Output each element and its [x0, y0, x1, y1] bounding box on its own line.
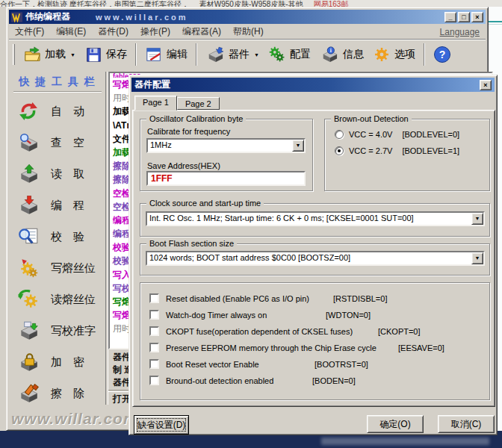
toolbar-save-button[interactable]: 保存 — [80, 44, 131, 65]
checkbox-label: Reset disabled (Enable PC6 as I/O pin) — [166, 294, 309, 303]
toolbar-edit-label: 编辑 — [167, 48, 188, 61]
program-chip-icon — [17, 196, 40, 215]
fuse-code: [WDTON=0] — [326, 311, 371, 320]
sidebar-item-label: 加 密 — [51, 355, 84, 370]
taskbar-text-smudge — [321, 438, 489, 445]
menu-item-edit[interactable]: 编辑(E) — [50, 24, 92, 40]
toolbar: 加载 ▼ 保存 — [9, 39, 486, 69]
maximize-button[interactable]: □ — [458, 12, 470, 22]
device-dropdown-caret-icon[interactable]: ▼ — [254, 52, 259, 57]
edit-document-icon — [145, 46, 163, 63]
menu-item-file[interactable]: 文件(F) — [9, 24, 50, 40]
radio-icon[interactable] — [335, 130, 344, 139]
dialog-titlebar[interactable]: 器件配置 × — [131, 78, 495, 92]
checkbox-icon[interactable] — [149, 376, 159, 385]
save-address-input[interactable]: 1FFF — [146, 171, 306, 186]
toolbar-save-label: 保存 — [106, 48, 127, 61]
minimize-button[interactable]: _ — [444, 12, 456, 22]
toolbar-load-button[interactable]: 加载 ▼ — [19, 44, 80, 65]
checkbox-icon[interactable] — [149, 326, 159, 336]
sidebar-item-read[interactable]: 读 取 — [10, 158, 105, 190]
background-text-left: 合作一下．检测轨迹 摩托车谷径．串围第二摩托车谷径． — [0, 0, 189, 7]
tab-page-1[interactable]: Page 1 — [134, 96, 177, 111]
divider — [489, 21, 502, 22]
radio-bodlevel-1[interactable]: VCC = 2.7V [BODLEVEL=1] — [335, 146, 459, 155]
lock-icon — [17, 352, 40, 372]
checkbox-icon[interactable] — [149, 310, 159, 320]
toolbar-device-button[interactable]: 器件 ▼ — [201, 44, 264, 65]
sidebar-item-program[interactable]: 编 程 — [10, 190, 105, 221]
sidebar-item-verify[interactable]: 校 验 — [10, 221, 105, 252]
sidebar-item-blank-check[interactable]: 查 空 — [10, 127, 105, 158]
sidebar-item-label: 编 程 — [51, 199, 84, 213]
checkbox-boden[interactable]: Bround-out detection enabled — [149, 375, 273, 386]
menu-item-operate[interactable]: 操作(P) — [134, 24, 176, 40]
combo-dropdown-icon[interactable]: ▼ — [292, 140, 304, 152]
folder-open-icon — [23, 46, 41, 63]
save-address-label: Save Address(HEX) — [147, 161, 220, 170]
frequency-value: 1MHz — [148, 140, 292, 150]
watermark: www.willar.com — [11, 410, 138, 428]
toolbar-device-label: 器件 — [229, 48, 250, 61]
toolbar-separator — [135, 43, 137, 66]
sidebar-item-write-fuse[interactable]: 写熔丝位 — [10, 252, 105, 284]
toolbar-config-button[interactable]: 配置 — [264, 44, 315, 65]
sidebar-item-label: 自 动 — [51, 105, 84, 119]
sidebar-item-erase[interactable]: 擦 除 — [10, 378, 105, 409]
sidebar-item-auto[interactable]: 自 动 — [10, 96, 105, 127]
toolbar-help-button[interactable]: ? — [429, 43, 456, 66]
oscillator-calibration-group: Oscillator Calibration byte Calibrate fo… — [140, 119, 313, 191]
toolbar-edit-button[interactable]: 编辑 — [140, 44, 192, 65]
toolbar-info-button[interactable]: i 信息 — [315, 44, 368, 65]
cancel-button[interactable]: 取消(C) — [438, 415, 495, 433]
boot-flash-combobox[interactable]: 1024 words; BOOT start address $0C00 [BO… — [146, 251, 485, 266]
write-calibration-icon — [17, 321, 40, 340]
toolbar-info-label: 信息 — [343, 48, 364, 61]
fuse-code: [BODEN=0] — [312, 376, 356, 385]
sidebar-item-write-calibration[interactable]: 写校准字 — [10, 315, 105, 346]
window-subtitle: www.willar.com — [96, 13, 188, 22]
dialog-close-button[interactable]: × — [480, 80, 492, 90]
radio-selected-icon[interactable] — [335, 146, 344, 155]
read-fuse-icon — [17, 290, 40, 309]
checkbox-eesave[interactable]: Preserve EEPROM memory through the Chip … — [149, 342, 376, 353]
gear-options-icon — [373, 46, 391, 63]
toolbar-grip[interactable] — [13, 44, 15, 65]
clock-source-combobox[interactable]: Int. RC Osc. 1 MHz; Start-up time: 6 CK … — [146, 211, 485, 226]
radio-code: [BODLEVEL=1] — [402, 146, 459, 155]
checkbox-bootrst[interactable]: Boot Reset vector Enable — [149, 358, 259, 370]
dialog-title: 器件配置 — [134, 78, 170, 91]
checkbox-icon[interactable] — [149, 293, 159, 303]
frequency-combobox[interactable]: 1MHz ▼ — [146, 138, 306, 153]
toolbar-load-label: 加载 — [45, 48, 66, 61]
tab-page-2[interactable]: Page 2 — [177, 97, 220, 110]
boot-flash-value: 1024 words; BOOT start address $0C00 [BO… — [147, 252, 471, 263]
checkbox-wdton[interactable]: Watch-dog Timer always on — [149, 309, 267, 320]
checkbox-rstdisbl[interactable]: Reset disabled (Enable PC6 as I/O pin) — [149, 293, 309, 304]
checkbox-icon[interactable] — [149, 359, 159, 369]
ok-button[interactable]: 确定(O) — [367, 415, 424, 433]
combo-dropdown-icon[interactable]: ▼ — [471, 252, 483, 264]
checkbox-icon[interactable] — [149, 343, 159, 352]
load-dropdown-caret-icon[interactable]: ▼ — [70, 52, 75, 57]
sidebar-title: 快 捷 工 具 栏 — [10, 72, 105, 91]
radio-bodlevel-0[interactable]: VCC = 4.0V [BODLEVEL=0] — [335, 130, 459, 139]
checkbox-label: Bround-out detection enabled — [166, 376, 273, 385]
group-title: Oscillator Calibration byte — [146, 114, 246, 123]
menu-item-language[interactable]: Language — [440, 27, 486, 37]
toolbar-options-button[interactable]: 选项 — [368, 44, 420, 65]
menu-item-help[interactable]: 帮助(H) — [227, 24, 270, 40]
menu-item-device[interactable]: 器件(D) — [92, 24, 134, 40]
sidebar-item-encrypt[interactable]: 加 密 — [10, 346, 105, 378]
background-text-mail: 网易163邮 — [314, 0, 349, 7]
default-settings-button[interactable]: 缺省设置(D) — [134, 415, 189, 435]
checkbox-ckopt[interactable]: CKOPT fuse(operation dependent of CKSEL … — [149, 326, 353, 337]
fuse-code: [CKOPT=0] — [378, 327, 421, 336]
sidebar-item-read-fuse[interactable]: 读熔丝位 — [10, 284, 105, 315]
fuse-code: [EESAVE=0] — [398, 343, 444, 352]
menu-item-programmer[interactable]: 编程器(A) — [176, 24, 227, 40]
close-button[interactable]: × — [471, 12, 483, 22]
app-titlebar[interactable]: 伟纳编程器 www.willar.com _ □ × — [9, 10, 486, 24]
combo-dropdown-icon[interactable]: ▼ — [471, 213, 483, 225]
fuse-options-group: Reset disabled (Enable PC6 as I/O pin) [… — [140, 282, 490, 400]
